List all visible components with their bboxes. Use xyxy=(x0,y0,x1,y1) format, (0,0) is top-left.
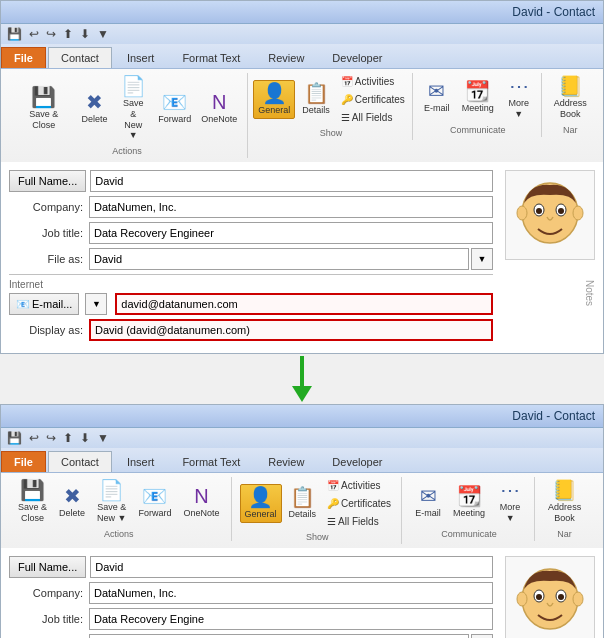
ribbon-tabs-bottom: File Contact Insert Format Text Review D… xyxy=(1,448,603,473)
tab-file-b[interactable]: File xyxy=(1,451,46,472)
company-input-b[interactable] xyxy=(89,582,493,604)
svg-point-5 xyxy=(536,208,542,214)
email-icon-b: ✉ xyxy=(420,486,437,506)
save-close-button[interactable]: 💾 Save & Close xyxy=(13,84,74,134)
company-input[interactable] xyxy=(89,196,493,218)
communicate-buttons: ✉ E-mail 📆 Meeting ⋯ More▼ xyxy=(419,73,537,123)
job-title-input-b[interactable] xyxy=(89,608,493,630)
qat-more-b[interactable]: ▼ xyxy=(95,430,111,446)
file-as-dropdown-b[interactable]: ▼ xyxy=(471,634,493,638)
save-new-button-b[interactable]: 📄 Save &New ▼ xyxy=(92,477,131,527)
contact-main-top: Full Name... Company: Job title: File as… xyxy=(9,170,595,345)
display-as-label: Display as: xyxy=(9,324,89,336)
bottom-window-panel: David - Contact 💾 ↩ ↪ ⬆ ⬇ ▼ File Contact… xyxy=(0,404,604,638)
full-name-input-b[interactable] xyxy=(90,556,493,578)
more-button-b[interactable]: ⋯ More▼ xyxy=(492,477,528,527)
qat-up[interactable]: ⬆ xyxy=(61,26,75,42)
tab-insert[interactable]: Insert xyxy=(114,47,168,68)
email-button-b[interactable]: ✉ E-mail xyxy=(410,483,446,522)
tab-format-text-b[interactable]: Format Text xyxy=(169,451,253,472)
general-icon-b: 👤 xyxy=(248,487,273,507)
tab-developer-b[interactable]: Developer xyxy=(319,451,395,472)
full-name-input[interactable] xyxy=(90,170,493,192)
contact-side-bottom: Notes xyxy=(493,556,595,638)
tab-review-b[interactable]: Review xyxy=(255,451,317,472)
full-name-button[interactable]: Full Name... xyxy=(9,170,86,192)
all-fields-button-b[interactable]: ☰ All Fields xyxy=(323,513,395,530)
tab-contact[interactable]: Contact xyxy=(48,47,112,68)
title-bar-bottom: David - Contact xyxy=(1,405,603,428)
qat-redo-b[interactable]: ↪ xyxy=(44,430,58,446)
onenote-icon-b: N xyxy=(194,486,208,506)
delete-label: Delete xyxy=(81,114,107,125)
qat-down[interactable]: ⬇ xyxy=(78,26,92,42)
delete-button-b[interactable]: ✖ Delete xyxy=(54,483,90,522)
contact-side-top: Notes xyxy=(493,170,595,345)
qat-up-b[interactable]: ⬆ xyxy=(61,430,75,446)
save-close-icon: 💾 xyxy=(31,87,56,107)
address-book-button-b[interactable]: 📒 AddressBook xyxy=(543,477,586,527)
save-new-button[interactable]: 📄 Save &New ▼ xyxy=(114,73,152,144)
communicate-buttons-b: ✉ E-mail 📆 Meeting ⋯ More▼ xyxy=(410,477,528,527)
job-title-input[interactable] xyxy=(89,222,493,244)
display-as-input[interactable] xyxy=(89,319,493,341)
tab-developer[interactable]: Developer xyxy=(319,47,395,68)
email-field-button[interactable]: 📧 E-mail... xyxy=(9,293,79,315)
details-button[interactable]: 📋 Details xyxy=(297,80,335,119)
delete-button[interactable]: ✖ Delete xyxy=(76,89,112,128)
all-fields-button[interactable]: ☰ All Fields xyxy=(337,109,409,126)
tab-file[interactable]: File xyxy=(1,47,46,68)
address-book-label-b: AddressBook xyxy=(548,502,581,524)
certificates-label: Certificates xyxy=(355,94,405,105)
save-new-icon: 📄 xyxy=(121,76,146,96)
certificates-button[interactable]: 🔑 Certificates xyxy=(337,91,409,108)
qat-undo-b[interactable]: ↩ xyxy=(27,430,41,446)
email-dropdown[interactable]: ▼ xyxy=(85,293,107,315)
file-as-label: File as: xyxy=(9,253,89,265)
email-input[interactable] xyxy=(115,293,493,315)
more-icon-b: ⋯ xyxy=(500,480,520,500)
qat-undo[interactable]: ↩ xyxy=(27,26,41,42)
forward-button[interactable]: 📧 Forward xyxy=(154,89,195,128)
onenote-button-b[interactable]: N OneNote xyxy=(178,483,224,522)
qat-down-b[interactable]: ⬇ xyxy=(78,430,92,446)
meeting-button-b[interactable]: 📆 Meeting xyxy=(448,483,490,522)
tab-contact-b[interactable]: Contact xyxy=(48,451,112,472)
onenote-button[interactable]: N OneNote xyxy=(197,89,241,128)
email-btn-label: E-mail... xyxy=(32,298,72,310)
tab-insert-b[interactable]: Insert xyxy=(114,451,168,472)
job-title-row-b: Job title: xyxy=(9,608,493,630)
save-close-icon-b: 💾 xyxy=(20,480,45,500)
company-row-b: Company: xyxy=(9,582,493,604)
tab-format-text[interactable]: Format Text xyxy=(169,47,253,68)
contact-form-bottom: Full Name... Company: Job title: File as… xyxy=(1,548,603,638)
general-button-b[interactable]: 👤 General xyxy=(240,484,282,523)
full-name-button-b[interactable]: Full Name... xyxy=(9,556,86,578)
show-buttons: 👤 General 📋 Details 📅 Activities 🔑 Certi… xyxy=(253,73,409,126)
forward-button-b[interactable]: 📧 Forward xyxy=(133,483,176,522)
file-as-row: File as: ▼ xyxy=(9,248,493,270)
meeting-icon-b: 📆 xyxy=(457,486,482,506)
qat-save-b[interactable]: 💾 xyxy=(5,430,24,446)
certificates-button-b[interactable]: 🔑 Certificates xyxy=(323,495,395,512)
tab-review[interactable]: Review xyxy=(255,47,317,68)
more-button[interactable]: ⋯ More▼ xyxy=(501,73,537,123)
details-icon: 📋 xyxy=(304,83,329,103)
file-as-dropdown[interactable]: ▼ xyxy=(471,248,493,270)
file-as-input[interactable] xyxy=(89,248,469,270)
face-svg-top xyxy=(510,175,590,255)
activities-button[interactable]: 📅 Activities xyxy=(337,73,409,90)
qat-more[interactable]: ▼ xyxy=(95,26,111,42)
more-icon: ⋯ xyxy=(509,76,529,96)
address-book-button[interactable]: 📒 AddressBook xyxy=(549,73,592,123)
activities-button-b[interactable]: 📅 Activities xyxy=(323,477,395,494)
details-button-b[interactable]: 📋 Details xyxy=(284,484,322,523)
file-as-input-b[interactable] xyxy=(89,634,469,638)
full-name-row: Full Name... xyxy=(9,170,493,192)
email-button[interactable]: ✉ E-mail xyxy=(419,78,455,117)
general-button[interactable]: 👤 General xyxy=(253,80,295,119)
qat-redo[interactable]: ↪ xyxy=(44,26,58,42)
save-close-button-b[interactable]: 💾 Save &Close xyxy=(13,477,52,527)
meeting-button[interactable]: 📆 Meeting xyxy=(457,78,499,117)
qat-save[interactable]: 💾 xyxy=(5,26,24,42)
